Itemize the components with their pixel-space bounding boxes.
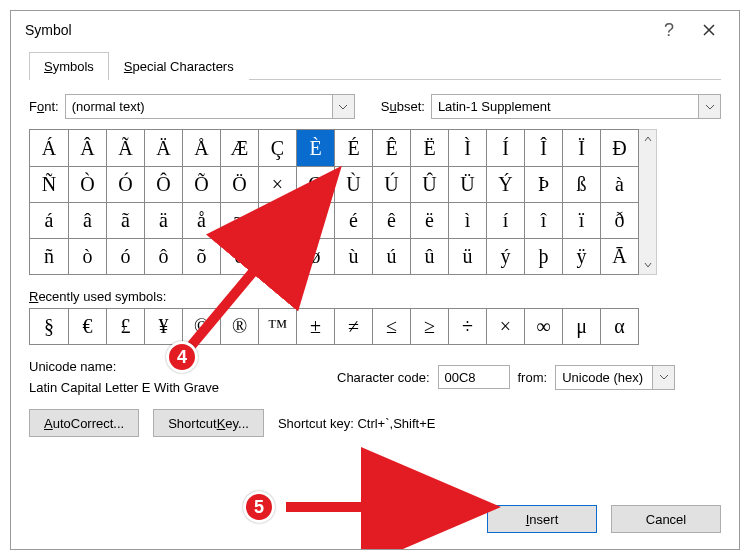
help-button[interactable]: ?	[651, 20, 687, 41]
symbol-cell[interactable]: ÷	[258, 238, 296, 274]
symbol-cell[interactable]: Ä	[144, 130, 182, 166]
symbol-cell[interactable]: ã	[106, 202, 144, 238]
symbol-cell[interactable]: ä	[144, 202, 182, 238]
recent-symbol-cell[interactable]: £	[106, 309, 144, 344]
symbol-cell[interactable]: Ì	[448, 130, 486, 166]
symbol-cell[interactable]: é	[334, 202, 372, 238]
recent-symbol-cell[interactable]: ∞	[524, 309, 562, 344]
recent-symbol-cell[interactable]: ®	[220, 309, 258, 344]
symbol-cell[interactable]: å	[182, 202, 220, 238]
symbol-cell[interactable]: Ë	[410, 130, 448, 166]
symbol-cell[interactable]: ñ	[30, 238, 68, 274]
symbol-cell[interactable]: Ý	[486, 166, 524, 202]
subset-select[interactable]: Latin-1 Supplement	[431, 94, 721, 119]
dialog-footer: Insert Cancel	[487, 505, 721, 533]
shortcut-key-button[interactable]: Shortcut Key...	[153, 409, 264, 437]
scroll-down-button[interactable]	[639, 256, 656, 274]
symbol-cell[interactable]: ü	[448, 238, 486, 274]
recent-symbol-cell[interactable]: ¥	[144, 309, 182, 344]
symbol-cell[interactable]: Ã	[106, 130, 144, 166]
symbol-cell[interactable]: ö	[220, 238, 258, 274]
symbol-cell[interactable]: Ð	[600, 130, 638, 166]
from-select[interactable]: Unicode (hex)	[555, 365, 675, 390]
symbol-cell[interactable]: Ò	[68, 166, 106, 202]
symbol-cell[interactable]: Ú	[372, 166, 410, 202]
char-code-input[interactable]	[438, 365, 510, 389]
symbol-cell[interactable]: õ	[182, 238, 220, 274]
symbol-cell[interactable]: Ù	[334, 166, 372, 202]
symbol-cell[interactable]: Û	[410, 166, 448, 202]
recent-symbol-cell[interactable]: μ	[562, 309, 600, 344]
symbol-cell[interactable]: ÿ	[562, 238, 600, 274]
symbol-cell[interactable]: è	[296, 202, 334, 238]
symbol-cell[interactable]: ø	[296, 238, 334, 274]
tab-symbols[interactable]: Symbols	[29, 52, 109, 80]
symbol-cell[interactable]: Æ	[220, 130, 258, 166]
symbol-cell[interactable]: î	[524, 202, 562, 238]
recent-symbol-cell[interactable]: §	[30, 309, 68, 344]
recent-symbol-cell[interactable]: ÷	[448, 309, 486, 344]
symbol-cell[interactable]: ù	[334, 238, 372, 274]
symbol-cell[interactable]: ×	[258, 166, 296, 202]
symbol-cell[interactable]: ð	[600, 202, 638, 238]
font-value: (normal text)	[66, 99, 332, 114]
symbol-cell[interactable]: Ā	[600, 238, 638, 274]
titlebar: Symbol ?	[11, 11, 739, 49]
symbol-cell[interactable]: Å	[182, 130, 220, 166]
symbol-cell[interactable]: Ô	[144, 166, 182, 202]
symbol-cell[interactable]: â	[68, 202, 106, 238]
recent-symbol-cell[interactable]: α	[600, 309, 638, 344]
symbol-cell[interactable]: ô	[144, 238, 182, 274]
symbol-cell[interactable]: Í	[486, 130, 524, 166]
recent-symbol-cell[interactable]: ≠	[334, 309, 372, 344]
symbol-cell[interactable]: à	[600, 166, 638, 202]
symbol-cell[interactable]: Â	[68, 130, 106, 166]
from-value: Unicode (hex)	[556, 370, 652, 385]
symbol-cell[interactable]: ê	[372, 202, 410, 238]
recent-symbol-cell[interactable]: ±	[296, 309, 334, 344]
symbol-cell[interactable]: ë	[410, 202, 448, 238]
symbol-cell[interactable]: Ó	[106, 166, 144, 202]
symbol-cell[interactable]: þ	[524, 238, 562, 274]
symbol-cell[interactable]: ò	[68, 238, 106, 274]
grid-scrollbar[interactable]	[639, 129, 657, 275]
symbol-cell[interactable]: æ	[220, 202, 258, 238]
recent-symbol-cell[interactable]: ™	[258, 309, 296, 344]
symbol-cell[interactable]: ï	[562, 202, 600, 238]
autocorrect-button[interactable]: AutoCorrect...	[29, 409, 139, 437]
recent-symbol-cell[interactable]: €	[68, 309, 106, 344]
cancel-button[interactable]: Cancel	[611, 505, 721, 533]
recent-symbol-cell[interactable]: ≤	[372, 309, 410, 344]
symbol-cell[interactable]: í	[486, 202, 524, 238]
symbol-cell[interactable]: Á	[30, 130, 68, 166]
symbol-cell[interactable]: Ø	[296, 166, 334, 202]
tab-special-characters[interactable]: Special Characters	[109, 52, 249, 80]
symbol-cell[interactable]: ý	[486, 238, 524, 274]
recent-symbol-cell[interactable]: ×	[486, 309, 524, 344]
symbol-cell[interactable]: û	[410, 238, 448, 274]
symbol-cell[interactable]: Ñ	[30, 166, 68, 202]
symbol-cell[interactable]: Ü	[448, 166, 486, 202]
insert-button[interactable]: Insert	[487, 505, 597, 533]
symbol-cell[interactable]: Ö	[220, 166, 258, 202]
symbol-cell[interactable]: È	[296, 130, 334, 166]
recent-symbol-cell[interactable]: ©	[182, 309, 220, 344]
close-button[interactable]	[687, 14, 731, 46]
symbol-cell[interactable]: Î	[524, 130, 562, 166]
font-select[interactable]: (normal text)	[65, 94, 355, 119]
scroll-up-button[interactable]	[639, 130, 656, 148]
symbol-cell[interactable]: ç	[258, 202, 296, 238]
recent-symbol-cell[interactable]: ≥	[410, 309, 448, 344]
symbol-cell[interactable]: Þ	[524, 166, 562, 202]
symbol-cell[interactable]: ú	[372, 238, 410, 274]
scroll-track[interactable]	[639, 148, 656, 256]
symbol-cell[interactable]: Õ	[182, 166, 220, 202]
symbol-cell[interactable]: ß	[562, 166, 600, 202]
symbol-cell[interactable]: Ï	[562, 130, 600, 166]
symbol-cell[interactable]: ó	[106, 238, 144, 274]
symbol-cell[interactable]: ì	[448, 202, 486, 238]
symbol-cell[interactable]: á	[30, 202, 68, 238]
symbol-cell[interactable]: É	[334, 130, 372, 166]
symbol-cell[interactable]: Ç	[258, 130, 296, 166]
symbol-cell[interactable]: Ê	[372, 130, 410, 166]
